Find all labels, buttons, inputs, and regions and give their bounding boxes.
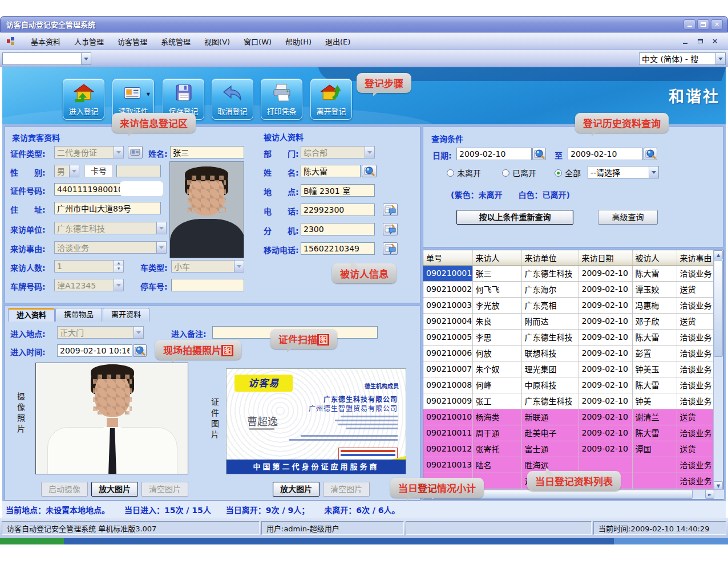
phone-sms-button[interactable] xyxy=(383,204,398,216)
visit-unit-combo[interactable]: 广东德生科技 xyxy=(54,222,167,234)
entry-place-combo[interactable]: 正大门 xyxy=(57,326,144,339)
table-cell[interactable]: 邓子欣 xyxy=(632,313,677,329)
table-cell[interactable]: 送货 xyxy=(677,409,714,425)
chevron-down-icon[interactable] xyxy=(156,222,166,234)
table-cell[interactable]: 谢清兰 xyxy=(632,409,677,425)
tab-carried-items[interactable]: 携带物品 xyxy=(55,308,102,322)
entry-time-picker-button[interactable] xyxy=(133,344,147,357)
table-cell[interactable]: 联想科技 xyxy=(521,345,579,361)
table-cell[interactable]: 洽谈业务 xyxy=(677,361,714,377)
close-button[interactable]: × xyxy=(711,19,723,30)
table-cell[interactable]: 周于通 xyxy=(472,425,521,441)
table-header-cell[interactable]: 被访人 xyxy=(632,250,677,265)
scroll-right-icon[interactable]: ► xyxy=(705,490,714,499)
table-cell[interactable]: 广东海尔 xyxy=(521,281,579,297)
table-cell[interactable]: 090210005 xyxy=(423,329,472,345)
table-cell[interactable]: 朱良 xyxy=(472,313,521,329)
table-cell[interactable]: 090210007 xyxy=(423,361,472,377)
table-cell[interactable]: 090210012 xyxy=(423,441,472,457)
menu-item-0[interactable]: 基本资料 xyxy=(24,34,67,49)
table-cell[interactable]: 090210013 xyxy=(423,457,472,473)
table-cell[interactable]: 新联通 xyxy=(521,409,579,425)
table-cell[interactable]: 陈大雷 xyxy=(632,265,677,281)
ext-field[interactable] xyxy=(301,223,375,235)
plate-combo[interactable]: 津A12345 xyxy=(54,279,124,291)
table-row[interactable]: 090210009张工广东德生科技2009-02-10钟美洽谈业务 xyxy=(423,393,714,409)
menu-item-2[interactable]: 访客管理 xyxy=(111,34,154,49)
menu-item-1[interactable]: 人事管理 xyxy=(67,34,111,49)
stepper-down-icon[interactable]: ▼ xyxy=(114,266,123,272)
clear-card-button[interactable]: 清空图片 xyxy=(323,482,370,497)
table-cell[interactable]: 广东德生科技 xyxy=(521,393,579,409)
table-cell[interactable]: 广东亮相 xyxy=(521,297,579,313)
table-cell[interactable]: 钟美玉 xyxy=(632,361,677,377)
table-cell[interactable]: 送货 xyxy=(677,281,714,297)
table-cell[interactable]: 陈大雷 xyxy=(632,377,677,393)
chevron-down-icon[interactable] xyxy=(69,165,79,177)
table-cell[interactable] xyxy=(579,457,632,473)
chevron-down-icon[interactable] xyxy=(114,279,123,291)
table-cell[interactable]: 2009-02-10 xyxy=(579,441,632,457)
table-cell[interactable]: 090210001 xyxy=(423,265,472,281)
chevron-down-icon[interactable] xyxy=(649,166,658,178)
table-cell[interactable]: 广东德生科技 xyxy=(521,265,579,281)
radio-not-left[interactable]: 未离开 xyxy=(447,167,481,178)
leave-registration-button[interactable]: 离开登记 xyxy=(310,79,352,120)
menu-item-6[interactable]: 帮助(H) xyxy=(278,34,318,49)
table-row[interactable]: 090210001张三广东德生科技2009-02-10陈大雷洽谈业务 xyxy=(423,265,714,281)
table-header-cell[interactable]: 来访日期 xyxy=(579,250,632,265)
table-cell[interactable]: 2009-02-10 xyxy=(579,297,632,313)
phone-field[interactable] xyxy=(301,204,375,216)
table-cell[interactable]: 2009-02-10 xyxy=(579,345,632,361)
start-camera-button[interactable]: 启动摄像 xyxy=(41,482,88,497)
table-cell[interactable]: 090210004 xyxy=(423,313,472,329)
chevron-down-icon[interactable] xyxy=(114,147,123,158)
mdi-minimize-button[interactable] xyxy=(680,36,690,46)
chevron-down-icon[interactable] xyxy=(81,53,91,64)
table-row[interactable]: 090210004朱良附而达2009-02-10邓子欣送货 xyxy=(423,313,714,329)
gender-combo[interactable]: 男 xyxy=(54,165,79,177)
menu-item-5[interactable]: 窗口(W) xyxy=(237,34,278,49)
advanced-query-button[interactable]: 高级查询 xyxy=(598,210,658,225)
chevron-down-icon[interactable] xyxy=(365,147,374,158)
table-cell[interactable] xyxy=(632,457,677,473)
table-cell[interactable]: 中原科技 xyxy=(521,377,579,393)
dept-combo[interactable]: 综合部 xyxy=(301,146,375,158)
card-reader-button[interactable] xyxy=(128,146,143,158)
table-cell[interactable]: 2009-02-10 xyxy=(579,313,632,329)
visitor-name-field[interactable] xyxy=(170,146,244,158)
table-cell[interactable]: 何峰 xyxy=(472,377,521,393)
mobile-sms-button[interactable] xyxy=(383,242,398,255)
car-type-combo[interactable]: 小车 xyxy=(171,260,244,273)
table-cell[interactable]: 理光集团 xyxy=(521,361,579,377)
table-cell[interactable]: 洽谈业务 xyxy=(677,265,714,281)
chevron-down-icon[interactable] xyxy=(156,242,166,253)
table-cell[interactable]: 洽谈业务 xyxy=(677,473,714,489)
date-to-picker-button[interactable] xyxy=(644,148,657,160)
table-row[interactable]: 090210007朱个奴理光集团2009-02-10钟美玉洽谈业务 xyxy=(423,361,714,377)
radio-left[interactable]: 已离开 xyxy=(502,167,536,178)
ext-sms-button[interactable] xyxy=(383,223,398,235)
table-cell[interactable]: 090210009 xyxy=(423,393,472,409)
table-cell[interactable]: 洽谈业务 xyxy=(677,377,714,393)
tab-entry-info[interactable]: 进入资料 xyxy=(8,308,55,322)
table-cell[interactable]: 朱个奴 xyxy=(472,361,521,377)
table-row[interactable]: 090210012张寄托富士通2009-02-10谭国送货 xyxy=(423,441,714,457)
tab-leave-info[interactable]: 离开资料 xyxy=(103,308,149,322)
visitor-count-stepper[interactable]: 1 ▲ ▼ xyxy=(54,260,124,273)
vertical-scrollbar-thumb[interactable] xyxy=(714,260,723,357)
table-cell[interactable]: 送货 xyxy=(677,441,714,457)
table-cell[interactable]: 富士通 xyxy=(521,441,579,457)
table-cell[interactable] xyxy=(632,473,677,489)
date-from-picker-button[interactable] xyxy=(532,148,546,160)
table-cell[interactable]: 090210002 xyxy=(423,281,472,297)
table-header-cell[interactable]: 来访事由 xyxy=(677,250,714,265)
table-cell[interactable]: 2009-02-10 xyxy=(579,409,632,425)
home-address-field[interactable] xyxy=(54,202,161,214)
table-cell[interactable]: 090210003 xyxy=(423,297,472,313)
table-cell[interactable]: 何放 xyxy=(472,345,521,361)
table-cell[interactable]: 陈大雷 xyxy=(632,329,677,345)
table-cell[interactable]: 张寄托 xyxy=(472,441,521,457)
mdi-restore-button[interactable] xyxy=(695,36,705,46)
chevron-down-icon[interactable] xyxy=(134,327,143,338)
